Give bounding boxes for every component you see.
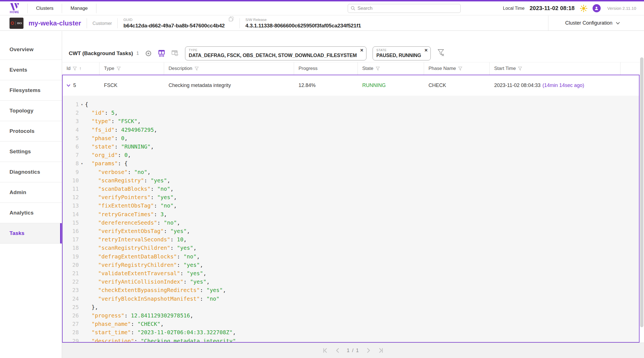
- json-line-content: "params": {: [85, 159, 128, 168]
- nav-link-manage[interactable]: Manage: [69, 6, 89, 11]
- json-fold-toggle[interactable]: ▾: [79, 100, 85, 109]
- last-page-button[interactable]: [378, 348, 383, 353]
- json-fold-spacer: [79, 312, 85, 320]
- json-line: 4"fs_id": 4294967295,: [63, 126, 639, 134]
- json-punctuation: ,: [203, 270, 207, 277]
- sidebar-nav: OverviewEventsFilesystemsTopologyProtoco…: [0, 31, 62, 358]
- search-box[interactable]: [348, 4, 461, 13]
- vertical-scrollbar-thumb[interactable]: [640, 57, 643, 327]
- app-window: HOME Clusters Manage Local Time 2023-11-…: [0, 0, 644, 358]
- filter-funnel-icon[interactable]: [458, 66, 463, 71]
- copy-icon: [229, 16, 234, 22]
- sidebar-item-overview[interactable]: Overview: [0, 39, 62, 60]
- column-header-start-time[interactable]: Start Time: [490, 62, 621, 75]
- filter-chip-type[interactable]: TYPEDATA_DEFRAG, FSCK, OBS_DETACH, STOW_…: [185, 46, 366, 60]
- search-input[interactable]: [357, 6, 458, 11]
- json-line-content: "id": 5,: [85, 109, 118, 117]
- next-page-button[interactable]: [367, 348, 371, 353]
- sidebar-item-events[interactable]: Events: [0, 60, 62, 80]
- json-key: "state": [91, 143, 114, 150]
- filter-funnel-icon[interactable]: [194, 66, 199, 71]
- copy-guid-button[interactable]: [229, 16, 234, 23]
- oci-logo-text: OCI: [17, 22, 22, 25]
- task-row[interactable]: 5 FSCK Checking metadata integrity 12.84…: [63, 75, 639, 96]
- reset-layout-button[interactable]: [171, 50, 179, 57]
- task-id-cell: 5: [63, 83, 100, 88]
- theme-sun-icon[interactable]: [580, 4, 588, 12]
- column-header-progress[interactable]: Progress: [294, 62, 358, 75]
- sidebar-item-label: Diagnostics: [10, 169, 40, 175]
- sidebar-item-settings[interactable]: Settings: [0, 142, 62, 162]
- json-line: 20"verifyRegistryChildren": "yes",: [63, 261, 639, 269]
- sidebar-item-tasks[interactable]: Tasks: [0, 223, 62, 244]
- filter-funnel-icon[interactable]: [116, 66, 121, 71]
- remove-filter-icon[interactable]: ✕: [360, 48, 364, 52]
- sidebar-item-label: Analytics: [10, 210, 34, 216]
- sidebar-item-analytics[interactable]: Analytics: [0, 203, 62, 223]
- filter-chip-state[interactable]: STATEPAUSED, RUNNING✕: [373, 46, 431, 60]
- json-line-content: "verifyExtentObsTag": "yes",: [85, 227, 190, 235]
- task-start-time: 2023-11-02 08:04:33: [494, 83, 541, 88]
- json-line-number: 15: [63, 219, 79, 227]
- user-avatar[interactable]: [593, 4, 601, 12]
- sidebar-item-label: Filesystems: [10, 87, 41, 93]
- remove-filter-icon[interactable]: ✕: [424, 48, 428, 52]
- sidebar-item-protocols[interactable]: Protocols: [0, 121, 62, 142]
- clear-filters-button[interactable]: [437, 49, 445, 58]
- task-state-cell: RUNNING: [358, 83, 425, 88]
- json-line-content: "description": "Checking metadata integr…: [85, 337, 236, 342]
- first-page-button[interactable]: [323, 348, 328, 353]
- json-punctuation: ,: [124, 135, 128, 142]
- json-fold-spacer: [79, 126, 85, 134]
- json-line-content: "verbose": "no",: [85, 168, 151, 176]
- home-logo[interactable]: HOME: [8, 3, 21, 14]
- json-punctuation: :: [183, 279, 190, 285]
- task-type-cell: FSCK: [100, 83, 165, 88]
- sort-ascending-icon[interactable]: ↑: [79, 66, 81, 71]
- json-punctuation: :: [164, 228, 170, 234]
- collapse-row-chevron-icon[interactable]: [67, 84, 70, 87]
- json-punctuation: :: [115, 143, 121, 150]
- column-header-state[interactable]: State: [358, 62, 424, 75]
- guid-block: GUID b64c12da-d662-49a7-ba8b-547600cc4b4…: [123, 17, 224, 29]
- column-header-id[interactable]: Id ↑: [62, 62, 100, 75]
- column-label: Id: [67, 66, 70, 71]
- json-punctuation: },: [91, 304, 98, 310]
- fit-columns-button[interactable]: [158, 50, 165, 57]
- column-header-description[interactable]: Description: [164, 62, 294, 75]
- filter-funnel-icon[interactable]: [518, 66, 522, 71]
- visibility-toggle-button[interactable]: [145, 50, 152, 57]
- json-line: 12"verifyPointers": "yes",: [63, 193, 639, 202]
- json-value: "Checking metadata integrity": [141, 338, 236, 342]
- filter-funnel-icon[interactable]: [72, 66, 77, 71]
- json-line: 2"id": 5,: [63, 109, 639, 117]
- json-punctuation: :: [118, 152, 124, 158]
- json-value: "yes": [157, 194, 174, 201]
- previous-page-button[interactable]: [335, 348, 339, 353]
- json-line: 18"scanRegistryChildren": "yes",: [63, 244, 639, 252]
- sidebar-item-admin[interactable]: Admin: [0, 182, 62, 203]
- json-fold-toggle[interactable]: ▾: [79, 159, 85, 168]
- json-punctuation: ,: [196, 253, 200, 260]
- sidebar-item-diagnostics[interactable]: Diagnostics: [0, 162, 62, 182]
- cluster-configuration-dropdown[interactable]: Cluster Configuration: [548, 16, 644, 30]
- json-key: "scanRegistry": [98, 177, 144, 184]
- column-header-type[interactable]: Type: [100, 62, 164, 75]
- json-key: "verifyExtentObsTag": [98, 228, 164, 234]
- json-viewer: 1▾{2"id": 5,3"type": "FSCK",4"fs_id": 42…: [63, 96, 639, 342]
- json-value: 3: [160, 211, 164, 218]
- json-punctuation: :: [157, 220, 164, 226]
- json-punctuation: :: [131, 329, 137, 336]
- guid-value: b64c12da-d662-49a7-ba8b-547600cc4b42: [123, 23, 224, 29]
- json-key: "phase_name": [91, 321, 131, 327]
- sidebar-item-filesystems[interactable]: Filesystems: [0, 80, 62, 101]
- filter-funnel-icon[interactable]: [375, 66, 380, 71]
- json-line-number: 23: [63, 286, 79, 295]
- json-line-content: "phase": 0,: [85, 134, 128, 143]
- sidebar-item-topology[interactable]: Topology: [0, 101, 62, 121]
- nav-link-clusters[interactable]: Clusters: [34, 6, 55, 11]
- task-start-time-cell: 2023-11-02 08:04:33 (14min 14sec ago): [490, 83, 621, 88]
- column-header-phase-name[interactable]: Phase Name: [424, 62, 490, 75]
- json-key: "phase": [91, 135, 114, 142]
- json-punctuation: ,: [167, 177, 171, 184]
